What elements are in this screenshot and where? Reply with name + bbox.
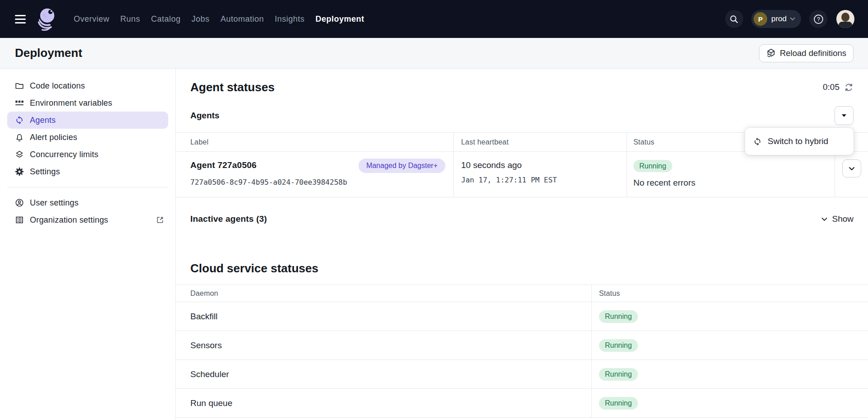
menu-item-label: Switch to hybrid xyxy=(768,136,828,146)
agent-row-expand-button[interactable] xyxy=(842,159,861,177)
refresh-icon[interactable] xyxy=(844,83,854,92)
daemon-status-cell: Running xyxy=(591,331,868,360)
managed-badge: Managed by Dagster+ xyxy=(359,159,445,173)
sidebar-item-alert-policies[interactable]: Alert policies xyxy=(0,129,175,146)
column-header-label: Label xyxy=(176,133,453,152)
settings-sidebar: Code locations Environment variables xyxy=(0,69,176,420)
daemon-table: Daemon Status Backfill Running Sensors R… xyxy=(176,285,868,418)
nav-item-deployment[interactable]: Deployment xyxy=(316,0,364,38)
page-title: Deployment xyxy=(15,46,82,60)
column-header-status: Status xyxy=(591,285,868,302)
sidebar-item-organization-settings[interactable]: Organization settings xyxy=(0,211,175,229)
sidebar-item-label: Settings xyxy=(30,167,60,177)
nav-item-automation[interactable]: Automation xyxy=(221,0,264,38)
daemon-status-cell: Running xyxy=(591,302,868,331)
nav-item-catalog[interactable]: Catalog xyxy=(151,0,181,38)
dagster-logo xyxy=(35,7,59,31)
chevron-down-icon xyxy=(790,17,795,21)
agent-heartbeat-cell: 10 seconds ago Jan 17, 1:27:11 PM EST xyxy=(453,152,627,197)
sidebar-item-code-locations[interactable]: Code locations xyxy=(0,77,175,94)
primary-nav: Overview Runs Catalog Jobs Automation In… xyxy=(74,0,375,38)
heartbeat-relative: 10 seconds ago xyxy=(461,160,627,171)
agent-uuid: 727a0506-8c97-4b95-a024-70ee3984258b xyxy=(190,177,453,187)
sidebar-divider xyxy=(7,187,168,187)
bell-icon xyxy=(15,133,24,142)
status-badge: Running xyxy=(599,339,638,352)
sidebar-item-label: Agents xyxy=(30,116,56,125)
daemon-name: Backfill xyxy=(176,302,591,331)
deployment-switcher[interactable]: P prod xyxy=(751,10,801,28)
user-circle-icon xyxy=(15,198,24,207)
heartbeat-absolute: Jan 17, 1:27:11 PM EST xyxy=(461,175,627,185)
nav-item-insights[interactable]: Insights xyxy=(275,0,305,38)
variables-icon xyxy=(15,98,24,107)
agents-section-title: Agents xyxy=(190,111,219,121)
chevron-down-icon xyxy=(849,167,855,171)
sidebar-item-user-settings[interactable]: User settings xyxy=(0,194,175,211)
agent-status-cell: Running No recent errors xyxy=(627,152,835,197)
sidebar-item-label: Code locations xyxy=(30,81,85,91)
refresh-countdown: 0:05 xyxy=(823,82,854,92)
svg-text:?: ? xyxy=(817,16,820,23)
sidebar-item-label: Environment variables xyxy=(30,98,112,108)
column-header-last-heartbeat: Last heartbeat xyxy=(453,133,627,152)
status-note: No recent errors xyxy=(633,178,835,188)
help-icon: ? xyxy=(813,14,824,24)
nav-item-runs[interactable]: Runs xyxy=(120,0,140,38)
status-badge: Running xyxy=(599,397,638,410)
daemon-name: Sensors xyxy=(176,331,591,360)
show-label: Show xyxy=(832,214,854,224)
gear-icon xyxy=(15,167,24,176)
caret-down-icon xyxy=(842,114,846,117)
agent-name: Agent 727a0506 xyxy=(190,160,256,171)
page-header: Deployment Reload definitions xyxy=(0,38,868,69)
cloud-service-statuses-title: Cloud service statuses xyxy=(190,261,868,275)
show-inactive-toggle[interactable]: Show xyxy=(821,214,854,224)
reload-definitions-label: Reload definitions xyxy=(780,48,846,58)
column-header-daemon: Daemon xyxy=(176,285,591,302)
agents-actions-dropdown-button[interactable] xyxy=(835,106,854,125)
help-button[interactable]: ? xyxy=(809,10,827,28)
deployment-name: prod xyxy=(771,14,787,23)
sidebar-item-agents[interactable]: Agents xyxy=(7,112,168,129)
sidebar-item-concurrency-limits[interactable]: Concurrency limits xyxy=(0,146,175,163)
menu-icon[interactable] xyxy=(15,15,26,23)
box-reload-icon xyxy=(766,48,776,58)
daemon-status-cell: Running xyxy=(591,360,868,389)
countdown-value: 0:05 xyxy=(823,82,840,92)
daemon-status-cell: Running xyxy=(591,389,868,418)
nav-item-overview[interactable]: Overview xyxy=(74,0,109,38)
sidebar-item-environment-variables[interactable]: Environment variables xyxy=(0,94,175,112)
external-link-icon xyxy=(156,216,164,224)
reload-definitions-button[interactable]: Reload definitions xyxy=(759,44,854,62)
main-content: Agent statuses 0:05 Agents Label Last he… xyxy=(176,69,868,420)
agent-label-cell: Agent 727a0506 Managed by Dagster+ 727a0… xyxy=(176,152,453,197)
agent-actions-cell xyxy=(835,152,868,197)
building-icon xyxy=(15,215,24,224)
status-badge: Running xyxy=(599,368,638,381)
top-navbar: Overview Runs Catalog Jobs Automation In… xyxy=(0,0,868,38)
search-button[interactable] xyxy=(725,10,743,28)
sidebar-item-settings[interactable]: Settings xyxy=(0,163,175,180)
sidebar-item-label: User settings xyxy=(30,198,79,208)
daemon-name: Scheduler xyxy=(176,360,591,389)
deployment-avatar: P xyxy=(754,12,767,26)
menu-item-switch-to-hybrid[interactable]: Switch to hybrid xyxy=(753,136,828,146)
agent-sync-icon xyxy=(753,137,762,146)
status-badge: Running xyxy=(599,310,638,323)
nav-item-jobs[interactable]: Jobs xyxy=(192,0,210,38)
search-icon xyxy=(729,14,739,24)
user-avatar[interactable] xyxy=(836,10,854,28)
inactive-agents-label: Inactive agents (3) xyxy=(190,214,267,224)
status-badge: Running xyxy=(633,160,672,172)
agent-statuses-title: Agent statuses xyxy=(190,81,274,93)
daemon-name: Run queue xyxy=(176,389,591,418)
chevron-down-icon xyxy=(821,217,827,221)
sidebar-item-label: Concurrency limits xyxy=(30,150,99,159)
agents-actions-menu: Switch to hybrid xyxy=(745,128,854,155)
sidebar-item-label: Alert policies xyxy=(30,133,77,142)
folder-icon xyxy=(15,81,24,90)
layers-icon xyxy=(15,150,24,159)
agent-sync-icon xyxy=(15,116,24,125)
sidebar-item-label: Organization settings xyxy=(30,215,108,225)
